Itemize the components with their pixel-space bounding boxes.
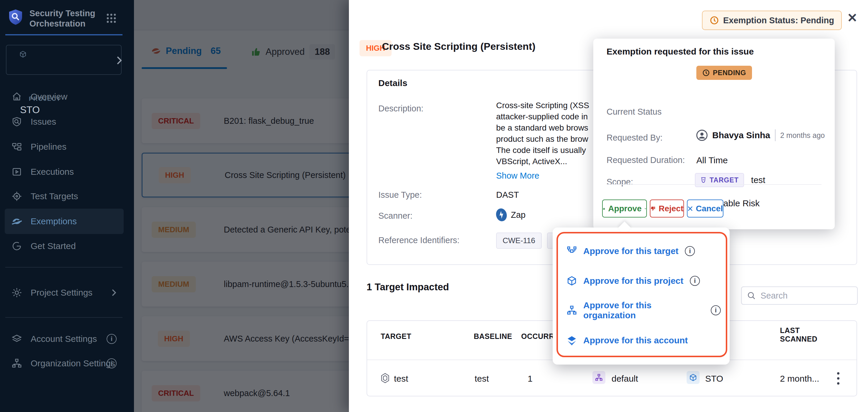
reference-identifiers-label: Reference Identifiers: <box>378 235 460 245</box>
org-chart-icon <box>567 305 577 315</box>
menu-item-approve-target[interactable]: Approve for this target i <box>567 242 721 260</box>
sidebar-item-label: Overview <box>31 92 67 102</box>
popup-heading: Exemption requested for this issue <box>607 47 754 57</box>
popup-divider <box>607 184 822 185</box>
col-last-scanned: LAST SCANNED <box>780 326 817 343</box>
current-status-label: Current Status <box>607 107 661 117</box>
account-layers-icon <box>567 335 577 345</box>
exemption-popup: Exemption requested for this issue Curre… <box>593 39 835 229</box>
issue-type-label: Issue Type: <box>378 190 422 200</box>
sidebar-item-exemptions[interactable]: Exemptions <box>5 209 124 234</box>
details-heading: Details <box>378 78 407 88</box>
scanner-value: Zap <box>496 208 526 221</box>
close-icon[interactable]: ✕ <box>847 10 858 25</box>
col-target: TARGET <box>381 332 411 341</box>
cube-icon <box>20 51 27 58</box>
sidebar-item-label: Test Targets <box>31 191 78 201</box>
cell-target: test <box>394 374 408 384</box>
target-scope-icon <box>567 246 577 256</box>
menu-item-approve-project[interactable]: Approve for this project i <box>567 272 721 290</box>
sidebar-item-organization-settings[interactable]: Organization Settings i <box>5 351 124 376</box>
info-icon[interactable]: i <box>685 246 695 256</box>
approve-scope-menu: Approve for this target i Approve for th… <box>553 228 730 364</box>
sidebar-item-label: Executions <box>31 167 74 177</box>
sidebar-item-label: Issues <box>31 117 56 127</box>
pipelines-icon <box>12 142 22 152</box>
col-baseline: BASELINE <box>474 332 512 341</box>
cell-baseline: test <box>475 374 489 384</box>
sidebar-item-label: Exemptions <box>31 216 77 226</box>
title-underline <box>5 34 123 35</box>
row-menu-kebab-icon[interactable] <box>837 371 840 385</box>
info-icon[interactable]: i <box>690 276 700 286</box>
cell-project: STO <box>705 374 723 384</box>
drawer-backdrop <box>134 0 349 412</box>
thumbs-up-icon <box>603 205 605 213</box>
scope-target-name: test <box>751 175 765 185</box>
target-hexagon-icon <box>381 373 390 383</box>
target-search[interactable] <box>741 287 858 305</box>
project-chip-icon <box>687 371 700 384</box>
gear-icon <box>12 288 22 298</box>
chevron-down-icon <box>645 207 646 211</box>
approve-button[interactable]: Approve <box>602 200 647 217</box>
reject-button[interactable]: Reject <box>650 200 684 217</box>
search-icon <box>747 291 756 300</box>
search-input[interactable] <box>761 291 849 301</box>
sidebar-item-label: Pipelines <box>31 142 66 152</box>
duration-value: All Time <box>696 155 728 165</box>
target-scope-icon <box>700 177 707 183</box>
home-icon <box>12 92 22 102</box>
show-more-link[interactable]: Show More <box>496 171 539 181</box>
description-label: Description: <box>378 104 424 114</box>
sidebar-item-label: Organization Settings <box>31 358 115 369</box>
issue-type-value: DAST <box>496 190 519 200</box>
sidebar-item-test-targets[interactable]: Test Targets <box>5 184 124 209</box>
sidebar-item-overview[interactable]: Overview <box>5 84 124 109</box>
zap-scanner-icon <box>495 207 508 222</box>
scope-label: Scope: <box>607 177 633 187</box>
org-chip-icon <box>592 371 606 384</box>
avatar-icon <box>696 130 708 141</box>
layers-icon <box>12 334 22 344</box>
sidebar-item-issues[interactable]: Issues <box>5 109 124 135</box>
cancel-button[interactable]: Cancel <box>687 200 723 217</box>
sidebar-item-pipelines[interactable]: Pipelines <box>5 134 124 159</box>
requested-by-label: Requested By: <box>607 133 662 143</box>
cell-occurrences: 1 <box>528 374 533 384</box>
exemption-status-pill[interactable]: Exemption Status: Pending <box>702 10 842 30</box>
reference-chip[interactable]: CWE-116 <box>496 233 542 249</box>
sidebar-divider <box>5 317 123 318</box>
info-icon[interactable]: i <box>711 305 721 315</box>
sidebar-item-label: Get Started <box>31 241 76 251</box>
sidebar-item-account-settings[interactable]: Account Settings i <box>5 326 124 352</box>
project-cube-icon <box>567 276 577 286</box>
project-selector[interactable]: PROJECT STO <box>6 45 122 75</box>
executions-icon <box>12 167 22 177</box>
info-icon[interactable]: i <box>106 334 117 344</box>
issue-detail-title: Cross Site Scripting (Persistent) <box>382 41 535 52</box>
info-icon[interactable]: i <box>106 358 117 369</box>
menu-item-approve-organization[interactable]: Approve for this organization i <box>567 301 721 319</box>
sidebar-item-project-settings[interactable]: Project Settings <box>5 280 124 305</box>
targets-impacted-heading: 1 Target Impacted <box>367 282 449 293</box>
menu-item-approve-account[interactable]: Approve for this account <box>567 331 721 349</box>
sidebar-divider <box>5 267 123 268</box>
app-logo-shield-icon <box>8 9 23 25</box>
module-grid-icon[interactable] <box>106 13 117 24</box>
clock-icon <box>710 16 719 25</box>
sidebar-item-get-started[interactable]: Get Started <box>5 233 124 259</box>
description-text: Cross-site Scripting (XSS attacker-suppl… <box>496 100 594 167</box>
duration-label: Requested Duration: <box>607 155 685 165</box>
sidebar-item-label: Project Settings <box>31 288 92 298</box>
shield-search-icon <box>12 117 22 127</box>
target-icon <box>12 191 22 201</box>
separator <box>775 129 776 141</box>
thumbs-down-icon <box>650 205 656 213</box>
scope-value: TARGET test <box>695 173 765 187</box>
sidebar-item-executions[interactable]: Executions <box>5 159 124 184</box>
table-row[interactable]: test test 1 default STO 2 month... <box>367 360 857 396</box>
sidebar: Security Testing Orchestration PROJECT S… <box>0 0 134 412</box>
get-started-icon <box>12 241 22 251</box>
scope-target-chip: TARGET <box>695 173 744 187</box>
